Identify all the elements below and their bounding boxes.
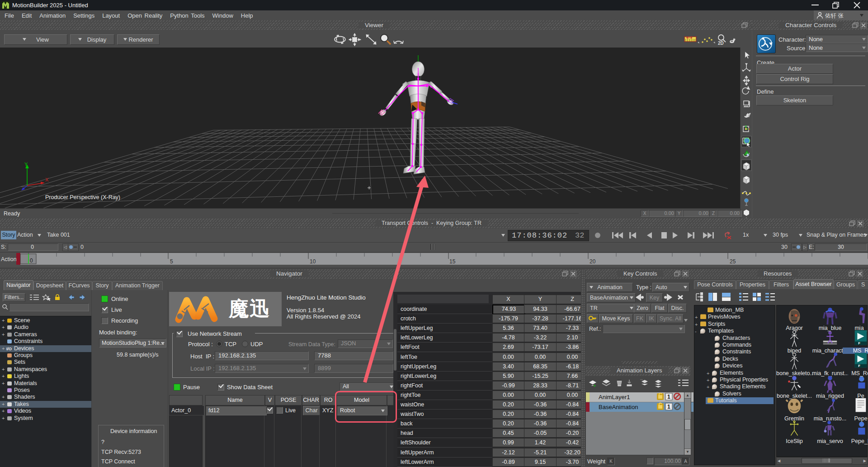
svg-text:X: X	[45, 177, 49, 182]
svg-text:1: 1	[667, 404, 670, 410]
svg-text:F: F	[858, 341, 860, 345]
svg-text:Y: Y	[24, 162, 28, 167]
svg-text:5: 5	[170, 258, 173, 265]
svg-text:+: +	[593, 383, 596, 388]
svg-text:25: 25	[730, 258, 736, 265]
svg-text:10: 10	[310, 258, 316, 265]
svg-text:0: 0	[30, 257, 33, 264]
svg-text:2D: 2D	[718, 41, 724, 46]
svg-text:20: 20	[590, 258, 596, 265]
svg-text:15: 15	[449, 258, 456, 265]
svg-text:F: F	[858, 364, 860, 368]
svg-text:1: 1	[667, 394, 670, 400]
